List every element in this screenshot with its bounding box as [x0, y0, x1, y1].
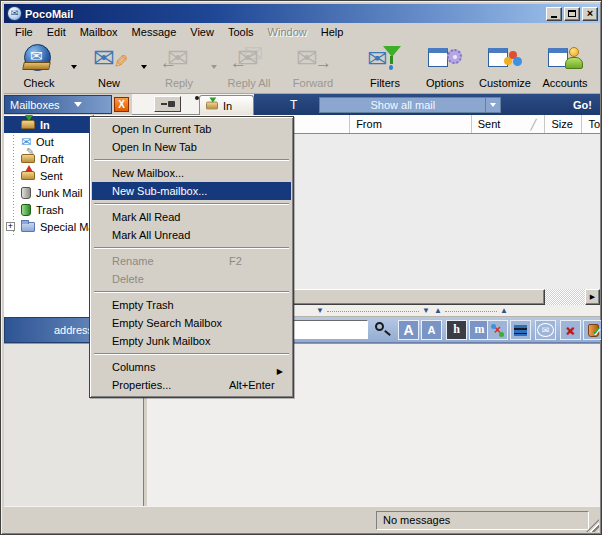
options-button[interactable]: Options [416, 43, 474, 89]
status-message: No messages [376, 511, 589, 530]
scrollbar-track[interactable] [545, 289, 585, 305]
close-panel-button[interactable]: X [114, 97, 129, 112]
close-button[interactable]: × [582, 7, 598, 21]
images-button[interactable]: × [487, 320, 508, 340]
app-window: ✉ PocoMail × File Edit Mailbox Message V… [0, 0, 602, 535]
mailbox-out[interactable]: ✉ Out [4, 133, 91, 150]
chevron-down-icon [490, 103, 496, 110]
customize-button[interactable]: Customize [476, 43, 534, 89]
menu-item-new-mailbox[interactable]: New Mailbox... [92, 164, 291, 182]
menu-help[interactable]: Help [314, 24, 351, 40]
expand-icon[interactable]: + [6, 222, 15, 231]
envelope-icon: ✉ [537, 323, 554, 337]
html-view-button[interactable]: h [446, 320, 467, 340]
collapse-up-handle[interactable]: ▲▲ [434, 307, 508, 315]
address-label: address [54, 324, 93, 336]
sent-icon [21, 171, 35, 180]
scroll-right-button[interactable]: ▶ [585, 289, 600, 305]
mailbox-junk[interactable]: Junk Mail [4, 184, 91, 201]
titlebar: ✉ PocoMail × [4, 4, 600, 23]
statusbar: No messages [4, 506, 600, 533]
options-icon [427, 44, 463, 76]
menu-item-open-current-tab[interactable]: Open In Current Tab [92, 120, 291, 138]
delete-icon: × [566, 322, 575, 339]
new-message-icon: ✉✎ [91, 44, 127, 76]
check-dropdown-arrow[interactable] [68, 43, 80, 89]
search-icon[interactable] [375, 322, 384, 331]
forward-button: ✉→ Forward [284, 43, 342, 89]
chevron-down-icon [71, 65, 77, 72]
menu-item-empty-junk-mailbox[interactable]: Empty Junk Mailbox [92, 332, 291, 350]
column-from[interactable]: From [350, 115, 472, 133]
images-icon: × [494, 323, 501, 337]
collapse-down-handle[interactable]: ▼▼ [316, 307, 430, 315]
go-button[interactable]: Go! [573, 99, 592, 111]
junk-bin-icon: ✓ [588, 324, 599, 337]
mailbox-trash[interactable]: Trash [4, 201, 91, 218]
menu-item-mark-all-read[interactable]: Mark All Read [92, 208, 291, 226]
junk-icon [21, 187, 31, 199]
menu-item-empty-trash[interactable]: Empty Trash [92, 296, 291, 314]
tab-in[interactable]: In [199, 95, 254, 115]
accounts-icon [547, 44, 583, 76]
chevron-down-icon [74, 102, 82, 111]
menu-item-mark-all-unread[interactable]: Mark All Unread [92, 226, 291, 244]
filter-dropdown-arrow[interactable] [485, 98, 500, 112]
menu-item-properties[interactable]: Properties...Alt+Enter [92, 376, 291, 394]
menu-separator [94, 247, 289, 249]
menu-item-rename: RenameF2 [92, 252, 291, 270]
headers-button[interactable] [510, 320, 531, 340]
column-sent[interactable]: Sent╱ [472, 115, 546, 133]
mail-filter-select[interactable]: Show all mail [319, 97, 501, 113]
font-smaller-button[interactable]: A [421, 320, 442, 340]
draft-icon: ✎ [21, 154, 35, 163]
font-larger-button[interactable]: A [398, 320, 419, 340]
new-message-button[interactable]: ✉✎ New [80, 43, 138, 89]
maximize-button[interactable] [564, 7, 580, 21]
mailbox-sent[interactable]: Sent [4, 167, 91, 184]
trash-icon [21, 204, 31, 216]
filters-icon: ✉ [367, 44, 403, 76]
filter-bar: T Show all mail Go! [254, 94, 600, 115]
column-size[interactable]: Size [545, 115, 582, 133]
menubar: File Edit Mailbox Message View Tools Win… [4, 23, 600, 41]
maximize-icon [568, 10, 576, 17]
mailboxes-dropdown[interactable]: Mailboxes [4, 95, 112, 114]
forward-icon: ✉→ [295, 44, 331, 76]
filters-button[interactable]: ✉ Filters [356, 43, 414, 89]
accounts-button[interactable]: Accounts [536, 43, 594, 89]
t-label: T [290, 98, 297, 112]
reply-button: ✉← Reply [150, 43, 208, 89]
menu-message[interactable]: Message [125, 24, 184, 40]
menu-item-empty-search-mailbox[interactable]: Empty Search Mailbox [92, 314, 291, 332]
menu-tools[interactable]: Tools [221, 24, 261, 40]
menu-file[interactable]: File [8, 24, 40, 40]
delete-message-button[interactable]: × [560, 320, 581, 340]
menu-view[interactable]: View [183, 24, 221, 40]
menu-item-columns[interactable]: Columns▶ [92, 358, 291, 376]
customize-icon [487, 44, 523, 76]
check-icon: ✓ [592, 325, 601, 338]
mailbox-special[interactable]: + Special Ma [4, 218, 91, 235]
reply-dropdown-arrow [208, 43, 220, 89]
mailbox-draft[interactable]: ✎ Draft [4, 150, 91, 167]
mailbox-in[interactable]: In [4, 116, 91, 133]
pin-tab-button[interactable] [154, 96, 181, 112]
tabstrip: In T Show all mail Go! [132, 94, 600, 115]
inbox-icon [206, 102, 218, 110]
main-toolbar: ✉ Check ✉✎ New ✉← Reply ✉✉← Reply All ✉→… [4, 41, 600, 94]
column-to[interactable]: To [582, 115, 600, 133]
minimize-button[interactable] [546, 7, 562, 21]
menu-edit[interactable]: Edit [40, 24, 73, 40]
check-button[interactable]: ✉ Check [10, 43, 68, 89]
menu-mailbox[interactable]: Mailbox [73, 24, 125, 40]
mailbox-context-menu: Open In Current Tab Open In New Tab New … [89, 116, 294, 398]
envelope-view-button[interactable]: ✉ [535, 320, 556, 340]
chevron-down-icon [211, 65, 217, 72]
filter-value: Show all mail [320, 99, 485, 111]
new-dropdown-arrow[interactable] [138, 43, 150, 89]
not-junk-button[interactable]: ✓ [583, 320, 602, 340]
menu-item-new-sub-mailbox[interactable]: New Sub-mailbox... [92, 182, 291, 200]
sort-icon: ╱ [530, 119, 536, 130]
menu-item-open-new-tab[interactable]: Open In New Tab [92, 138, 291, 156]
